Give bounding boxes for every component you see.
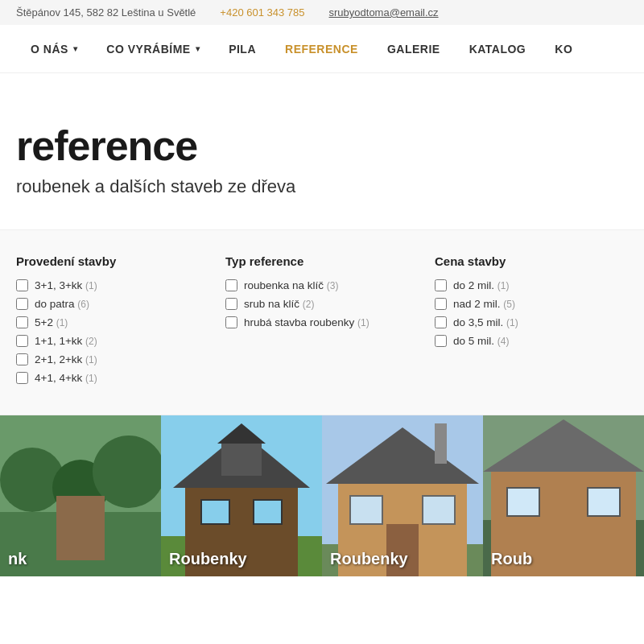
- filter-item: 4+1, 4+kk (1): [16, 372, 209, 384]
- svg-rect-11: [254, 500, 282, 524]
- page-title: reference: [16, 122, 628, 170]
- filter-col-provedeni: Provedení stavby 3+1, 3+kk (1) do patra …: [16, 254, 209, 390]
- checkbox-3-1-3kk[interactable]: [16, 279, 28, 291]
- checkbox-roubenka-na-klic[interactable]: [225, 279, 237, 291]
- nav-link-co-vyrabime[interactable]: CO VYRÁBÍME ▾: [92, 25, 214, 73]
- filter-heading-typ: Typ reference: [225, 254, 419, 268]
- gallery-caption-1: nk: [8, 550, 27, 568]
- checkbox-do-5-mil[interactable]: [435, 335, 447, 347]
- gallery-caption-4: Roub: [491, 550, 532, 568]
- gallery-section: nk Roubenky: [0, 415, 644, 576]
- nav-item-pila: PILA: [214, 25, 270, 73]
- checkbox-do-3-5-mil[interactable]: [435, 316, 447, 328]
- checkbox-4-1-4kk[interactable]: [16, 372, 28, 384]
- filter-grid: Provedení stavby 3+1, 3+kk (1) do patra …: [16, 254, 628, 390]
- filter-col-cena: Cena stavby do 2 mil. (1) nad 2 mil. (5)…: [435, 254, 628, 390]
- filter-item: do 2 mil. (1): [435, 279, 628, 291]
- address: Štěpánov 145, 582 82 Leština u Světlé: [16, 6, 196, 19]
- phone-link[interactable]: +420 601 343 785: [220, 6, 304, 19]
- filter-item: roubenka na klíč (3): [225, 279, 419, 291]
- nav-link-ko[interactable]: KO: [540, 25, 587, 73]
- gallery-item-1[interactable]: nk: [0, 415, 161, 576]
- svg-rect-21: [435, 423, 447, 464]
- filter-item: do 5 mil. (4): [435, 335, 628, 347]
- checkbox-5-2[interactable]: [16, 316, 28, 328]
- nav-item-co-vyrabime: CO VYRÁBÍME ▾: [92, 25, 214, 73]
- gallery-item-4[interactable]: Roub: [483, 415, 644, 576]
- gallery-caption-2: Roubenky: [169, 550, 247, 568]
- svg-rect-12: [221, 444, 262, 476]
- checkbox-nad-2-mil[interactable]: [435, 298, 447, 310]
- nav-link-reference[interactable]: REFERENCE: [270, 25, 373, 73]
- nav-item-galerie: GALERIE: [373, 25, 455, 73]
- checkbox-1-1-1kk[interactable]: [16, 335, 28, 347]
- filter-heading-provedeni: Provedení stavby: [16, 254, 209, 268]
- top-bar: Štěpánov 145, 582 82 Leština u Světlé +4…: [0, 0, 644, 25]
- filter-item: nad 2 mil. (5): [435, 298, 628, 310]
- checkbox-do-patra[interactable]: [16, 298, 28, 310]
- nav-list: O NÁS ▾ CO VYRÁBÍME ▾ PILA REFERENCE GAL…: [16, 25, 587, 73]
- gallery-caption-3: Roubenky: [330, 550, 408, 568]
- checkbox-srub-na-klic[interactable]: [225, 298, 237, 310]
- checkbox-hruba-stavba-roubenky[interactable]: [225, 316, 237, 328]
- filter-item: 1+1, 1+kk (2): [16, 335, 209, 347]
- gallery-item-2[interactable]: Roubenky: [161, 415, 322, 576]
- filter-item: srub na klíč (2): [225, 298, 419, 310]
- svg-rect-5: [56, 496, 105, 560]
- chevron-down-icon: ▾: [73, 25, 78, 73]
- filter-section: Provedení stavby 3+1, 3+kk (1) do patra …: [0, 229, 644, 415]
- nav-link-o-nas[interactable]: O NÁS ▾: [16, 25, 92, 73]
- nav-item-ko: KO: [540, 25, 587, 73]
- svg-rect-18: [350, 496, 382, 524]
- nav-item-o-nas: O NÁS ▾: [16, 25, 92, 73]
- nav-item-reference: REFERENCE: [270, 25, 373, 73]
- checkbox-do-2-mil[interactable]: [435, 279, 447, 291]
- nav-link-katalog[interactable]: KATALOG: [455, 25, 541, 73]
- filter-item: 2+1, 2+kk (1): [16, 353, 209, 365]
- email-link[interactable]: srubyodtoma@email.cz: [329, 6, 439, 19]
- svg-rect-27: [588, 488, 620, 516]
- nav-link-galerie[interactable]: GALERIE: [373, 25, 455, 73]
- svg-rect-10: [201, 500, 229, 524]
- filter-item: hrubá stavba roubenky (1): [225, 316, 419, 328]
- filter-item: 5+2 (1): [16, 316, 209, 328]
- chevron-down-icon: ▾: [196, 25, 200, 73]
- filter-heading-cena: Cena stavby: [435, 254, 628, 268]
- main-nav: O NÁS ▾ CO VYRÁBÍME ▾ PILA REFERENCE GAL…: [0, 25, 644, 73]
- checkbox-2-1-2kk[interactable]: [16, 353, 28, 365]
- filter-item: do patra (6): [16, 298, 209, 310]
- nav-item-katalog: KATALOG: [455, 25, 541, 73]
- nav-link-pila[interactable]: PILA: [214, 25, 270, 73]
- filter-col-typ: Typ reference roubenka na klíč (3) srub …: [225, 254, 419, 390]
- gallery-item-3[interactable]: Roubenky: [322, 415, 483, 576]
- page-subtitle: roubenek a dalších staveb ze dřeva: [16, 176, 628, 197]
- hero-section: reference roubenek a dalších staveb ze d…: [0, 73, 644, 229]
- filter-item: do 3,5 mil. (1): [435, 316, 628, 328]
- svg-rect-19: [423, 496, 455, 524]
- filter-item: 3+1, 3+kk (1): [16, 279, 209, 291]
- svg-rect-26: [507, 488, 539, 516]
